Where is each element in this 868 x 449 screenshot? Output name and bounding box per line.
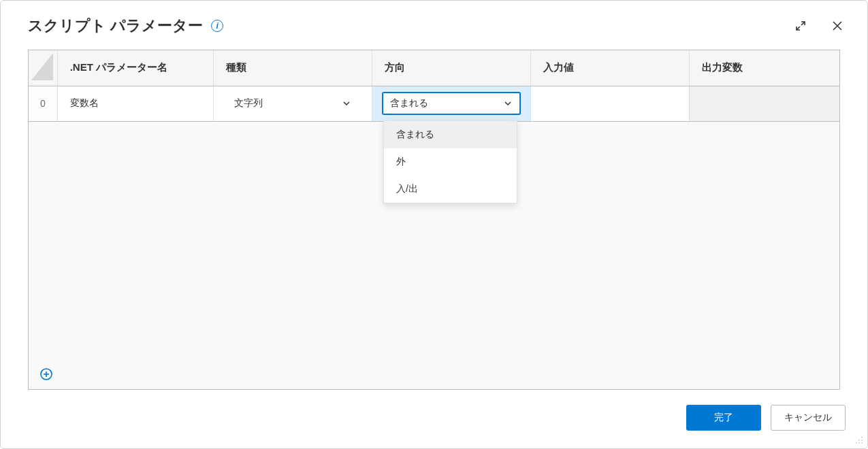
header-name[interactable]: .NET パラメーター名 bbox=[57, 50, 213, 86]
input-value-cell[interactable] bbox=[530, 86, 689, 121]
table-row: 0 変数名 文字列 含まれる bbox=[29, 86, 839, 121]
dialog-footer: 完了 キャンセル bbox=[1, 390, 867, 448]
chevron-down-icon bbox=[503, 99, 513, 108]
header-input-value[interactable]: 入力値 bbox=[530, 50, 689, 86]
output-var-cell bbox=[689, 86, 839, 121]
svg-point-10 bbox=[861, 442, 863, 444]
done-button[interactable]: 完了 bbox=[686, 405, 761, 431]
close-icon[interactable] bbox=[828, 16, 847, 35]
svg-point-9 bbox=[858, 442, 860, 444]
cancel-button[interactable]: キャンセル bbox=[771, 405, 846, 431]
direction-select-value: 含まれる bbox=[390, 97, 428, 110]
direction-select[interactable]: 含まれる bbox=[382, 92, 521, 115]
parameter-direction-cell[interactable]: 含まれる bbox=[372, 86, 530, 121]
dropdown-option-out[interactable]: 外 bbox=[384, 148, 517, 176]
script-parameters-dialog: スクリプト パラメーター i .NET パラメーター名 種類 bbox=[0, 0, 868, 449]
select-all-triangle-icon[interactable] bbox=[31, 53, 53, 80]
parameter-type-cell[interactable]: 文字列 bbox=[213, 86, 372, 121]
info-icon[interactable]: i bbox=[211, 20, 223, 32]
direction-dropdown: 含まれる 外 入/出 bbox=[383, 120, 517, 203]
dropdown-option-inout[interactable]: 入/出 bbox=[384, 176, 517, 203]
row-index[interactable]: 0 bbox=[29, 86, 57, 121]
resize-grip-icon[interactable] bbox=[854, 435, 863, 444]
header-output-var[interactable]: 出力変数 bbox=[689, 50, 839, 86]
dialog-title: スクリプト パラメーター bbox=[28, 16, 203, 36]
header-direction[interactable]: 方向 bbox=[372, 50, 530, 86]
dropdown-option-in[interactable]: 含まれる bbox=[384, 121, 517, 148]
add-row-button[interactable] bbox=[38, 366, 54, 382]
parameters-table: .NET パラメーター名 種類 方向 入力値 出力変数 0 変数名 文字列 bbox=[29, 50, 839, 122]
svg-point-6 bbox=[858, 439, 860, 441]
svg-point-5 bbox=[861, 437, 863, 438]
chevron-down-icon bbox=[342, 99, 351, 108]
type-select-value: 文字列 bbox=[234, 97, 263, 110]
type-select[interactable]: 文字列 bbox=[226, 92, 359, 115]
svg-point-7 bbox=[861, 439, 863, 441]
header-type[interactable]: 種類 bbox=[213, 50, 372, 86]
svg-point-8 bbox=[856, 442, 857, 444]
header-corner[interactable] bbox=[29, 50, 57, 86]
expand-icon[interactable] bbox=[791, 16, 810, 35]
parameters-table-container: .NET パラメーター名 種類 方向 入力値 出力変数 0 変数名 文字列 bbox=[28, 50, 840, 390]
parameter-name-cell[interactable]: 変数名 bbox=[57, 86, 213, 121]
dialog-header: スクリプト パラメーター i bbox=[1, 1, 867, 43]
